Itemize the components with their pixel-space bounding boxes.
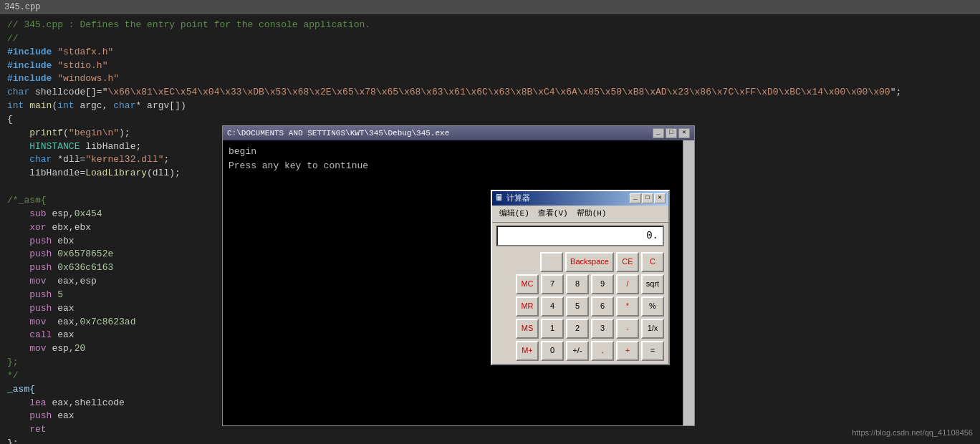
- calc-title-label: 计算器: [506, 193, 530, 205]
- code-line: // 345.cpp : Defines the entry point for…: [7, 19, 973, 32]
- calc-row-4: MS 1 2 3 - 1/x: [496, 319, 664, 339]
- calc-btn-4[interactable]: 4: [541, 296, 564, 317]
- calc-buttons: Backspace CE C MC 7 8 9 / sqrt MR 4 5 6 …: [492, 249, 668, 364]
- calc-menu-view[interactable]: 查看(V): [534, 207, 572, 221]
- calc-display: 0.: [496, 226, 664, 246]
- calc-btn-1[interactable]: 1: [541, 319, 564, 339]
- console-maximize-button[interactable]: □: [666, 128, 677, 138]
- calc-btn-0[interactable]: 0: [541, 341, 564, 361]
- calc-btn-8[interactable]: 8: [566, 274, 589, 294]
- calc-minimize-button[interactable]: _: [630, 193, 641, 203]
- calc-btn-5[interactable]: 5: [566, 296, 589, 317]
- calc-btn-add[interactable]: +: [616, 341, 639, 361]
- calc-row-1: Backspace CE C: [496, 252, 664, 272]
- title-label: 345.cpp: [4, 2, 40, 12]
- calc-menu-help[interactable]: 帮助(H): [572, 207, 611, 221]
- code-line: #include "windows.h": [7, 72, 973, 86]
- code-line: {: [7, 113, 973, 127]
- calc-maximize-button[interactable]: □: [642, 193, 653, 203]
- calc-btn-multiply[interactable]: *: [616, 296, 639, 317]
- calc-btn-equals[interactable]: =: [641, 341, 664, 361]
- calc-btn-9[interactable]: 9: [591, 274, 614, 294]
- console-titlebar-buttons: _ □ ✕: [653, 128, 690, 138]
- calc-btn-plusminus[interactable]: +/-: [566, 341, 589, 361]
- calc-title: 🖩 计算器: [495, 192, 530, 205]
- calc-btn-inverse[interactable]: 1/x: [641, 319, 664, 339]
- calculator-window: 🖩 计算器 _ □ ✕ 编辑(E) 查看(V) 帮助(H) 0. Backspa…: [491, 190, 670, 365]
- calc-menubar: 编辑(E) 查看(V) 帮助(H): [492, 206, 668, 223]
- calc-btn-subtract[interactable]: -: [616, 319, 639, 339]
- console-line1: begin: [229, 145, 688, 159]
- calc-row-5: M+ 0 +/- . + =: [496, 341, 664, 361]
- calc-btn-mc[interactable]: MC: [516, 274, 539, 294]
- calc-menu-edit[interactable]: 编辑(E): [495, 207, 534, 221]
- console-minimize-button[interactable]: _: [653, 128, 664, 138]
- calc-btn-decimal[interactable]: .: [591, 341, 614, 361]
- console-title: C:\DOCUMENTS AND SETTINGS\KWT\345\Debug\…: [227, 127, 449, 140]
- console-scrollbar[interactable]: [683, 140, 694, 425]
- title-bar: 345.cpp: [0, 0, 980, 14]
- calc-btn-mplus[interactable]: M+: [516, 341, 539, 361]
- calc-close-button[interactable]: ✕: [654, 193, 666, 203]
- code-line: char shellcode[]="\x66\x81\xEC\x54\x04\x…: [7, 86, 973, 100]
- console-close-button[interactable]: ✕: [678, 128, 690, 138]
- calc-btn-ms[interactable]: MS: [516, 319, 539, 339]
- code-line: };: [7, 437, 973, 444]
- calc-row-3: MR 4 5 6 * %: [496, 296, 664, 317]
- calc-btn-sqrt[interactable]: sqrt: [641, 274, 664, 294]
- calc-titlebar-buttons: _ □ ✕: [630, 193, 666, 203]
- calc-titlebar: 🖩 计算器 _ □ ✕: [492, 191, 668, 206]
- watermark: https://blog.csdn.net/qq_41108456: [852, 427, 973, 439]
- calc-btn-2[interactable]: 2: [566, 319, 589, 339]
- calc-btn-divide[interactable]: /: [616, 274, 639, 294]
- console-line2: Press any key to continue: [229, 159, 688, 173]
- calc-btn-percent[interactable]: %: [641, 296, 664, 317]
- code-line: int main(int argc, char* argv[]): [7, 100, 973, 113]
- calc-btn-c[interactable]: C: [641, 252, 664, 272]
- code-line: #include "stdafx.h": [7, 46, 973, 59]
- console-titlebar: C:\DOCUMENTS AND SETTINGS\KWT\345\Debug\…: [223, 126, 694, 140]
- code-line: #include "stdio.h": [7, 59, 973, 73]
- calc-btn-ce[interactable]: CE: [616, 252, 639, 272]
- calc-btn-empty[interactable]: [540, 252, 563, 272]
- calc-btn-6[interactable]: 6: [591, 296, 614, 317]
- calc-row-2: MC 7 8 9 / sqrt: [496, 274, 664, 294]
- code-area: // 345.cpp : Defines the entry point for…: [0, 14, 980, 444]
- calc-btn-mr[interactable]: MR: [516, 296, 539, 317]
- calc-btn-backspace[interactable]: Backspace: [565, 252, 614, 272]
- code-line: //: [7, 32, 973, 46]
- calc-btn-3[interactable]: 3: [591, 319, 614, 339]
- calc-btn-7[interactable]: 7: [541, 274, 564, 294]
